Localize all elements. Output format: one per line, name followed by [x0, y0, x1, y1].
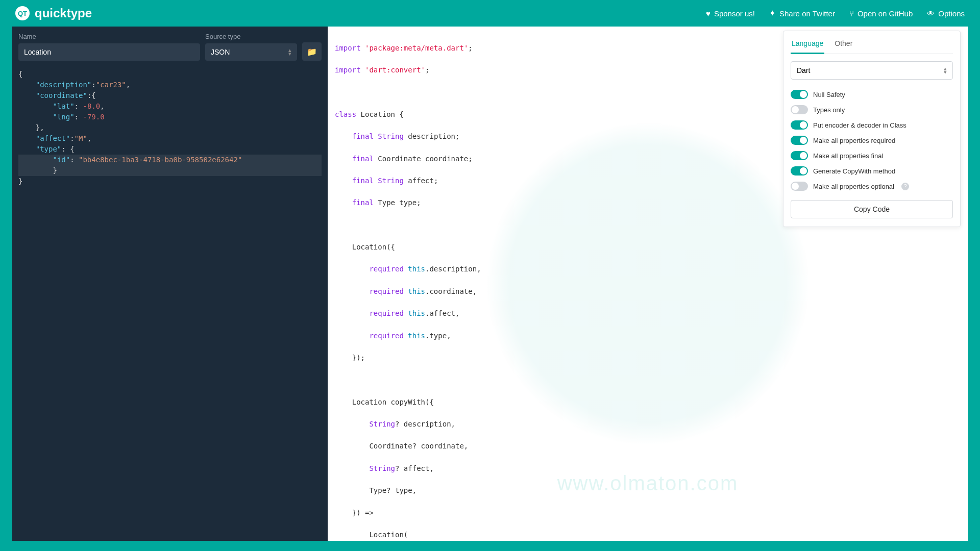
help-icon[interactable]: ? — [901, 183, 909, 190]
opt-null-safety: Null Safety — [791, 87, 953, 102]
logo-icon: QT — [15, 6, 30, 20]
github-icon: ⑂ — [849, 9, 854, 18]
opt-copywith: Generate CopyWith method — [791, 163, 953, 179]
chevron-updown-icon: ▴▾ — [288, 48, 291, 56]
opt-optional: Make all properties optional? — [791, 179, 953, 194]
source-type-label: Source type — [205, 33, 297, 40]
toggle-copywith[interactable] — [791, 166, 808, 176]
name-label: Name — [18, 33, 200, 40]
opt-final: Make all properties final — [791, 148, 953, 163]
output-panel: www.olmaton.com import 'package:meta/met… — [328, 27, 968, 541]
opt-required: Make all properties required — [791, 133, 953, 148]
brand-name: quicktype — [35, 6, 92, 20]
copy-code-button[interactable]: Copy Code — [791, 200, 953, 218]
heart-icon: ♥ — [706, 9, 710, 18]
app-header: QT quicktype ♥Sponsor us! ✦Share on Twit… — [0, 0, 980, 27]
input-header: Name Source type JSON ▴▾ 📁 — [12, 27, 328, 65]
eye-icon: 👁 — [927, 9, 935, 18]
toggle-encoder-decoder[interactable] — [791, 120, 808, 130]
tab-language[interactable]: Language — [791, 36, 824, 54]
source-type-select[interactable]: JSON ▴▾ — [205, 43, 297, 61]
folder-button[interactable]: 📁 — [302, 42, 322, 61]
toggle-final[interactable] — [791, 151, 808, 160]
toggle-null-safety[interactable] — [791, 90, 808, 99]
tab-other[interactable]: Other — [834, 36, 853, 54]
nav-github[interactable]: ⑂Open on GitHub — [849, 9, 913, 18]
nav: ♥Sponsor us! ✦Share on Twitter ⑂Open on … — [706, 9, 965, 18]
nav-options[interactable]: 👁Options — [927, 9, 965, 18]
folder-icon: 📁 — [307, 47, 317, 57]
logo[interactable]: QT quicktype — [15, 6, 92, 20]
toggle-required[interactable] — [791, 136, 808, 145]
name-input[interactable] — [18, 43, 200, 61]
twitter-icon: ✦ — [769, 9, 776, 18]
opt-encoder-decoder: Put encoder & decoder in Class — [791, 117, 953, 133]
input-panel: Name Source type JSON ▴▾ 📁 { "descriptio… — [12, 27, 328, 541]
nav-twitter[interactable]: ✦Share on Twitter — [769, 9, 835, 18]
opt-types-only: Types only — [791, 102, 953, 117]
chevron-updown-icon: ▴▾ — [944, 67, 947, 74]
language-select[interactable]: Dart ▴▾ — [791, 61, 953, 80]
toggle-types-only[interactable] — [791, 105, 808, 114]
nav-sponsor[interactable]: ♥Sponsor us! — [706, 9, 755, 18]
options-tabs: Language Other — [791, 36, 953, 54]
options-panel: Language Other Dart ▴▾ Null Safety Types… — [783, 31, 961, 227]
content: Name Source type JSON ▴▾ 📁 { "descriptio… — [12, 27, 968, 541]
json-editor[interactable]: { "description":"car23", "coordinate":{ … — [12, 65, 328, 541]
toggle-optional[interactable] — [791, 182, 808, 191]
